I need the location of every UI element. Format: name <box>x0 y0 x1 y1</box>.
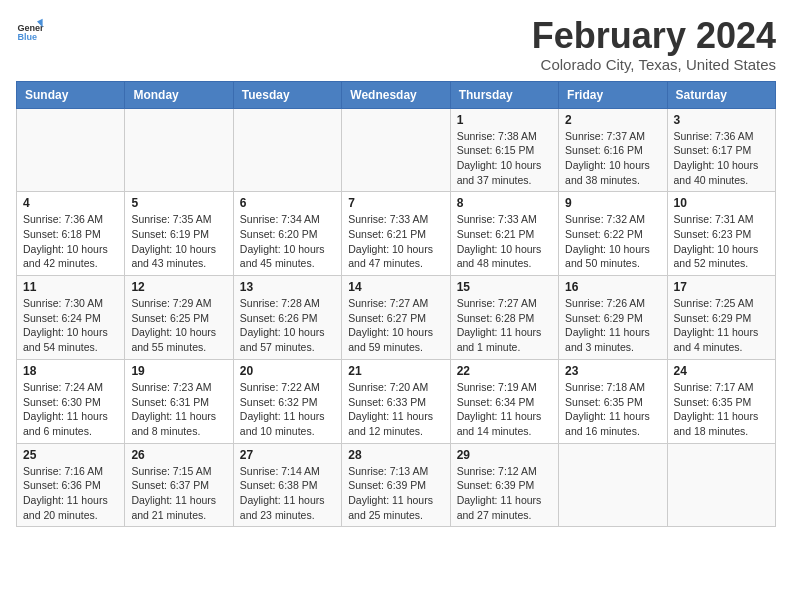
table-row: 5 Sunrise: 7:35 AMSunset: 6:19 PMDayligh… <box>125 192 233 276</box>
day-info: Sunrise: 7:31 AMSunset: 6:23 PMDaylight:… <box>674 212 769 271</box>
table-row: 29 Sunrise: 7:12 AMSunset: 6:39 PMDaylig… <box>450 443 558 527</box>
day-info: Sunrise: 7:15 AMSunset: 6:37 PMDaylight:… <box>131 464 226 523</box>
day-info: Sunrise: 7:18 AMSunset: 6:35 PMDaylight:… <box>565 380 660 439</box>
day-number: 6 <box>240 196 335 210</box>
calendar-week-row: 4 Sunrise: 7:36 AMSunset: 6:18 PMDayligh… <box>17 192 776 276</box>
page-title: February 2024 <box>532 16 776 56</box>
table-row <box>342 108 450 192</box>
table-row: 19 Sunrise: 7:23 AMSunset: 6:31 PMDaylig… <box>125 359 233 443</box>
table-row: 1 Sunrise: 7:38 AMSunset: 6:15 PMDayligh… <box>450 108 558 192</box>
calendar-week-row: 11 Sunrise: 7:30 AMSunset: 6:24 PMDaylig… <box>17 276 776 360</box>
logo: General Blue <box>16 16 44 44</box>
table-row: 7 Sunrise: 7:33 AMSunset: 6:21 PMDayligh… <box>342 192 450 276</box>
day-info: Sunrise: 7:17 AMSunset: 6:35 PMDaylight:… <box>674 380 769 439</box>
table-row <box>17 108 125 192</box>
day-number: 20 <box>240 364 335 378</box>
day-info: Sunrise: 7:19 AMSunset: 6:34 PMDaylight:… <box>457 380 552 439</box>
table-row: 21 Sunrise: 7:20 AMSunset: 6:33 PMDaylig… <box>342 359 450 443</box>
table-row: 27 Sunrise: 7:14 AMSunset: 6:38 PMDaylig… <box>233 443 341 527</box>
day-info: Sunrise: 7:22 AMSunset: 6:32 PMDaylight:… <box>240 380 335 439</box>
table-row <box>559 443 667 527</box>
day-info: Sunrise: 7:16 AMSunset: 6:36 PMDaylight:… <box>23 464 118 523</box>
day-info: Sunrise: 7:37 AMSunset: 6:16 PMDaylight:… <box>565 129 660 188</box>
table-row: 14 Sunrise: 7:27 AMSunset: 6:27 PMDaylig… <box>342 276 450 360</box>
table-row: 23 Sunrise: 7:18 AMSunset: 6:35 PMDaylig… <box>559 359 667 443</box>
table-row: 18 Sunrise: 7:24 AMSunset: 6:30 PMDaylig… <box>17 359 125 443</box>
day-number: 21 <box>348 364 443 378</box>
day-number: 15 <box>457 280 552 294</box>
day-number: 5 <box>131 196 226 210</box>
day-info: Sunrise: 7:24 AMSunset: 6:30 PMDaylight:… <box>23 380 118 439</box>
calendar-week-row: 18 Sunrise: 7:24 AMSunset: 6:30 PMDaylig… <box>17 359 776 443</box>
day-info: Sunrise: 7:12 AMSunset: 6:39 PMDaylight:… <box>457 464 552 523</box>
table-row: 13 Sunrise: 7:28 AMSunset: 6:26 PMDaylig… <box>233 276 341 360</box>
table-row: 28 Sunrise: 7:13 AMSunset: 6:39 PMDaylig… <box>342 443 450 527</box>
day-info: Sunrise: 7:27 AMSunset: 6:27 PMDaylight:… <box>348 296 443 355</box>
day-number: 27 <box>240 448 335 462</box>
day-info: Sunrise: 7:36 AMSunset: 6:18 PMDaylight:… <box>23 212 118 271</box>
day-number: 25 <box>23 448 118 462</box>
header-sunday: Sunday <box>17 81 125 108</box>
table-row: 12 Sunrise: 7:29 AMSunset: 6:25 PMDaylig… <box>125 276 233 360</box>
header-thursday: Thursday <box>450 81 558 108</box>
table-row <box>125 108 233 192</box>
day-number: 3 <box>674 113 769 127</box>
logo-icon: General Blue <box>16 16 44 44</box>
table-row: 4 Sunrise: 7:36 AMSunset: 6:18 PMDayligh… <box>17 192 125 276</box>
day-info: Sunrise: 7:34 AMSunset: 6:20 PMDaylight:… <box>240 212 335 271</box>
day-number: 26 <box>131 448 226 462</box>
day-number: 11 <box>23 280 118 294</box>
calendar-table: Sunday Monday Tuesday Wednesday Thursday… <box>16 81 776 528</box>
day-info: Sunrise: 7:30 AMSunset: 6:24 PMDaylight:… <box>23 296 118 355</box>
day-info: Sunrise: 7:26 AMSunset: 6:29 PMDaylight:… <box>565 296 660 355</box>
svg-text:Blue: Blue <box>17 32 37 42</box>
day-info: Sunrise: 7:27 AMSunset: 6:28 PMDaylight:… <box>457 296 552 355</box>
day-number: 18 <box>23 364 118 378</box>
table-row: 25 Sunrise: 7:16 AMSunset: 6:36 PMDaylig… <box>17 443 125 527</box>
day-number: 2 <box>565 113 660 127</box>
table-row <box>667 443 775 527</box>
day-info: Sunrise: 7:29 AMSunset: 6:25 PMDaylight:… <box>131 296 226 355</box>
table-row: 8 Sunrise: 7:33 AMSunset: 6:21 PMDayligh… <box>450 192 558 276</box>
table-row <box>233 108 341 192</box>
page-subtitle: Colorado City, Texas, United States <box>532 56 776 73</box>
header-friday: Friday <box>559 81 667 108</box>
day-info: Sunrise: 7:33 AMSunset: 6:21 PMDaylight:… <box>348 212 443 271</box>
table-row: 20 Sunrise: 7:22 AMSunset: 6:32 PMDaylig… <box>233 359 341 443</box>
day-info: Sunrise: 7:28 AMSunset: 6:26 PMDaylight:… <box>240 296 335 355</box>
day-number: 29 <box>457 448 552 462</box>
day-info: Sunrise: 7:38 AMSunset: 6:15 PMDaylight:… <box>457 129 552 188</box>
day-number: 12 <box>131 280 226 294</box>
table-row: 15 Sunrise: 7:27 AMSunset: 6:28 PMDaylig… <box>450 276 558 360</box>
day-number: 28 <box>348 448 443 462</box>
day-info: Sunrise: 7:32 AMSunset: 6:22 PMDaylight:… <box>565 212 660 271</box>
table-row: 16 Sunrise: 7:26 AMSunset: 6:29 PMDaylig… <box>559 276 667 360</box>
day-number: 8 <box>457 196 552 210</box>
day-number: 22 <box>457 364 552 378</box>
day-info: Sunrise: 7:20 AMSunset: 6:33 PMDaylight:… <box>348 380 443 439</box>
day-number: 7 <box>348 196 443 210</box>
day-number: 14 <box>348 280 443 294</box>
table-row: 17 Sunrise: 7:25 AMSunset: 6:29 PMDaylig… <box>667 276 775 360</box>
day-number: 1 <box>457 113 552 127</box>
day-number: 10 <box>674 196 769 210</box>
title-block: February 2024 Colorado City, Texas, Unit… <box>532 16 776 73</box>
day-number: 24 <box>674 364 769 378</box>
day-info: Sunrise: 7:14 AMSunset: 6:38 PMDaylight:… <box>240 464 335 523</box>
header-saturday: Saturday <box>667 81 775 108</box>
table-row: 9 Sunrise: 7:32 AMSunset: 6:22 PMDayligh… <box>559 192 667 276</box>
table-row: 10 Sunrise: 7:31 AMSunset: 6:23 PMDaylig… <box>667 192 775 276</box>
table-row: 11 Sunrise: 7:30 AMSunset: 6:24 PMDaylig… <box>17 276 125 360</box>
table-row: 6 Sunrise: 7:34 AMSunset: 6:20 PMDayligh… <box>233 192 341 276</box>
day-info: Sunrise: 7:33 AMSunset: 6:21 PMDaylight:… <box>457 212 552 271</box>
table-row: 22 Sunrise: 7:19 AMSunset: 6:34 PMDaylig… <box>450 359 558 443</box>
day-number: 9 <box>565 196 660 210</box>
page-header: General Blue February 2024 Colorado City… <box>16 16 776 73</box>
calendar-week-row: 25 Sunrise: 7:16 AMSunset: 6:36 PMDaylig… <box>17 443 776 527</box>
table-row: 3 Sunrise: 7:36 AMSunset: 6:17 PMDayligh… <box>667 108 775 192</box>
calendar-header-row: Sunday Monday Tuesday Wednesday Thursday… <box>17 81 776 108</box>
header-tuesday: Tuesday <box>233 81 341 108</box>
day-number: 16 <box>565 280 660 294</box>
day-info: Sunrise: 7:13 AMSunset: 6:39 PMDaylight:… <box>348 464 443 523</box>
header-monday: Monday <box>125 81 233 108</box>
